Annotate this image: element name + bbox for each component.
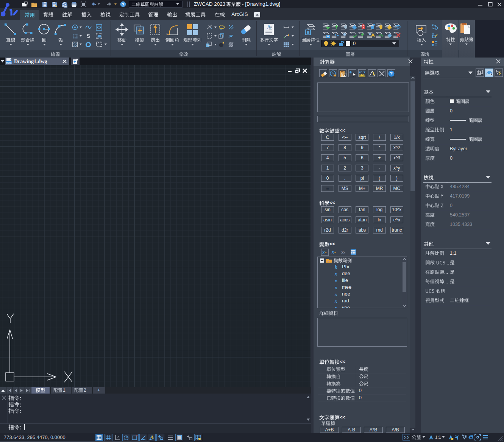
svg-text:DWG: DWG — [6, 62, 12, 64]
svg-text:?: ? — [122, 2, 124, 7]
svg-text:?: ? — [390, 71, 393, 76]
